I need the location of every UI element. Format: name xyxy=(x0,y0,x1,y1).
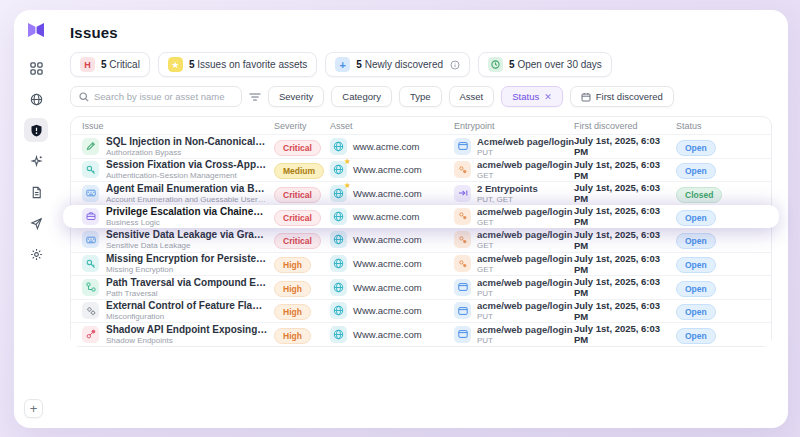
asset-globe-icon: ★ xyxy=(330,208,347,225)
entrypoint-api-icon xyxy=(454,255,471,272)
first-discovered-value: July 1st, 2025, 6:03 PM xyxy=(574,253,676,275)
asset-cell: ★ Www.acme.com xyxy=(330,326,454,343)
filter-type-button[interactable]: Type xyxy=(399,86,442,107)
asset-globe-icon: ★ xyxy=(330,161,347,178)
entrypoint-method: PUT xyxy=(477,289,573,298)
entrypoint-method: GET xyxy=(477,241,573,250)
severity-badge: Critical xyxy=(274,140,321,156)
stat-critical[interactable]: H 5 Critical xyxy=(70,52,150,77)
favorite-star-icon: ★ xyxy=(344,181,351,190)
new-item-button[interactable]: + xyxy=(24,399,43,418)
table-row[interactable]: Privilege Escalation via Chained Busines… xyxy=(63,205,779,229)
asset-globe-icon: ★ xyxy=(330,279,347,296)
search-icon xyxy=(79,92,89,102)
status-badge: Open xyxy=(676,140,716,156)
briefcase-icon xyxy=(82,208,99,225)
issue-cell: Sensitive Data Leakage via GraphQL Schem… xyxy=(82,229,274,250)
asset-globe-icon: ★ xyxy=(330,326,347,343)
table-row[interactable]: Path Traversal via Compound Export Param… xyxy=(71,275,771,299)
issue-title: Path Traversal via Compound Export Param… xyxy=(106,277,268,288)
status-badge: Open xyxy=(676,328,716,344)
col-first-discovered: First discovered xyxy=(574,121,676,131)
asset-cell: ★ Www.acme.com xyxy=(330,255,454,272)
table-row[interactable]: Agent Email Enumeration via Boolean Resp… xyxy=(71,181,771,205)
table-row[interactable]: Missing Encryption for Persisted OAuth A… xyxy=(71,252,771,276)
stat-favorite-assets[interactable]: ★ 5 Issues on favorite assets xyxy=(158,52,317,77)
plus-icon: + xyxy=(335,57,350,72)
stat-open-over-30[interactable]: 5 Open over 30 days xyxy=(478,52,612,77)
asset-name: Www.acme.com xyxy=(353,329,422,340)
entrypoint-browser-icon xyxy=(454,302,471,319)
entrypoint-name: acme/web page/login xyxy=(477,300,573,311)
first-discovered-value: July 1st, 2025, 6:03 PM xyxy=(574,229,676,251)
table-row[interactable]: Sensitive Data Leakage via GraphQL Schem… xyxy=(71,228,771,252)
col-severity: Severity xyxy=(274,121,330,131)
document-icon[interactable] xyxy=(24,180,48,204)
stat-newly-discovered[interactable]: + 5 Newly discovered xyxy=(325,52,470,77)
asset-cell: ★ Www.acme.com xyxy=(330,231,454,248)
severity-badge: High xyxy=(274,328,311,344)
search-input[interactable] xyxy=(94,91,233,102)
gears-icon xyxy=(82,302,99,319)
shield-issues-icon[interactable] xyxy=(24,118,48,142)
keyboard-icon xyxy=(82,231,99,248)
search-box[interactable] xyxy=(70,86,242,107)
issue-category: Business Logic xyxy=(106,218,268,227)
severity-badge: Critical xyxy=(274,210,321,226)
settings-gear-icon[interactable] xyxy=(24,242,48,266)
entrypoint-method: PUT, GET xyxy=(477,195,538,204)
molecule-icon xyxy=(82,326,99,343)
filter-asset-button[interactable]: Asset xyxy=(449,86,495,107)
table-row[interactable]: External Control of Feature Flags Config… xyxy=(71,299,771,323)
entrypoint-cell: acme/web page/login GET xyxy=(454,206,574,227)
filter-lines-icon[interactable] xyxy=(249,92,261,102)
globe-icon[interactable] xyxy=(24,87,48,111)
table-row[interactable]: SQL Injection in Non-Canonical Profile U… xyxy=(71,134,771,158)
issue-category: Sensitive Data Leakage xyxy=(106,241,268,250)
asset-globe-icon: ★ xyxy=(330,255,347,272)
entrypoint-browser-icon xyxy=(454,326,471,343)
entrypoint-method: PUT xyxy=(477,312,573,321)
filter-first-discovered-button[interactable]: First discovered xyxy=(570,86,674,107)
sparkles-icon[interactable] xyxy=(24,149,48,173)
severity-badge: Medium xyxy=(274,163,324,179)
app-window: + Issues H 5 Critical ★ 5 Issues on favo… xyxy=(14,10,788,428)
entrypoint-api-icon xyxy=(454,231,471,248)
asset-name: Www.acme.com xyxy=(353,282,422,293)
severity-badge: Critical xyxy=(274,187,321,203)
severity-badge: Critical xyxy=(274,233,321,249)
brand-logo-icon xyxy=(27,22,45,38)
entrypoint-cell: acme/web page/login GET xyxy=(454,159,574,180)
asset-globe-icon: ★ xyxy=(330,302,347,319)
entrypoint-cell: Acme/web page/login PUT xyxy=(454,136,574,157)
col-entrypoint: Entrypoint xyxy=(454,121,574,131)
issue-category: Authorization Bypass xyxy=(106,148,268,157)
asset-name: Www.acme.com xyxy=(353,305,422,316)
filter-severity-button[interactable]: Severity xyxy=(268,86,324,107)
issue-category: Missing Encryption xyxy=(106,265,268,274)
share-icon[interactable] xyxy=(24,211,48,235)
entrypoint-api-icon xyxy=(454,161,471,178)
status-badge: Open xyxy=(676,210,716,226)
col-issue: Issue xyxy=(82,121,274,131)
status-badge: Open xyxy=(676,281,716,297)
filter-status-chip[interactable]: Status ✕ xyxy=(501,86,562,107)
entrypoint-cell: acme/web page/login GET xyxy=(454,229,574,250)
table-row[interactable]: Shadow API Endpoint Exposing Internal Ru… xyxy=(71,322,771,346)
severity-badge: High xyxy=(274,257,311,273)
dashboard-grid-icon[interactable] xyxy=(24,56,48,80)
info-icon[interactable] xyxy=(450,60,460,70)
page-title: Issues xyxy=(70,24,772,41)
filter-category-button[interactable]: Category xyxy=(331,86,392,107)
remove-status-filter-icon[interactable]: ✕ xyxy=(544,92,552,102)
entrypoint-name: acme/web page/login xyxy=(477,324,573,335)
entrypoint-name: acme/web page/login xyxy=(477,253,573,264)
entrypoint-name: 2 Entrypoints xyxy=(477,183,538,194)
asset-name: Www.acme.com xyxy=(353,164,422,175)
table-row[interactable]: Session Fixation via Cross-App Redirect … xyxy=(71,158,771,182)
issue-category: Misconfiguration xyxy=(106,312,268,321)
issue-cell: Shadow API Endpoint Exposing Internal Ru… xyxy=(82,324,274,345)
issue-cell: Agent Email Enumeration via Boolean Resp… xyxy=(82,183,274,204)
asset-cell: ★ Www.acme.com xyxy=(330,161,454,178)
status-badge: Open xyxy=(676,233,716,249)
